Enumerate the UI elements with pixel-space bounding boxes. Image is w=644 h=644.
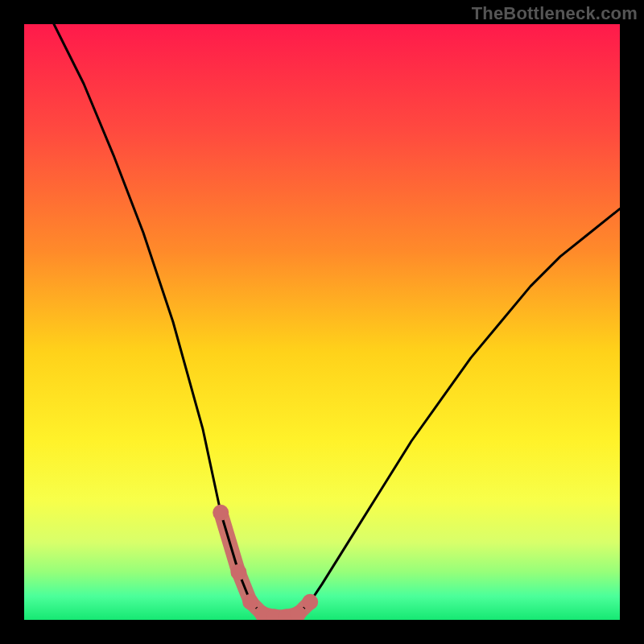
bottleneck-curve bbox=[54, 24, 620, 617]
curve-layer bbox=[24, 24, 620, 620]
watermark-text: TheBottleneck.com bbox=[472, 3, 638, 24]
trough-dot bbox=[230, 564, 246, 580]
outer-frame: TheBottleneck.com bbox=[0, 0, 644, 644]
plot-area bbox=[24, 24, 620, 620]
trough-dot bbox=[242, 594, 258, 610]
trough-dot bbox=[213, 505, 229, 521]
trough-dot bbox=[302, 594, 318, 610]
trough-highlight bbox=[221, 513, 310, 617]
